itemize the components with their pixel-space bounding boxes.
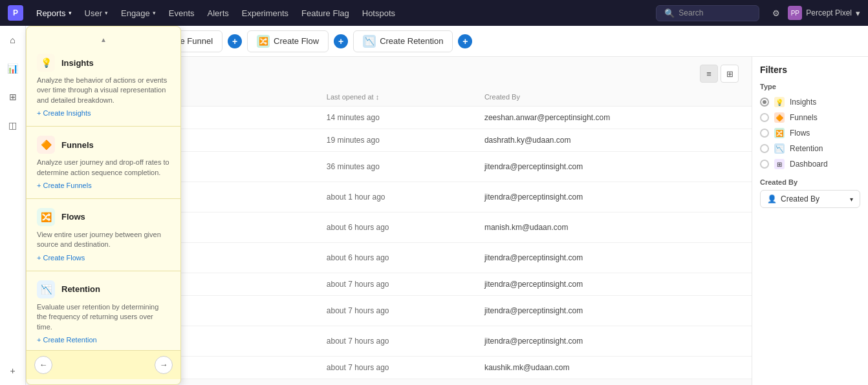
create-funnels-link[interactable]: + Create Funnels <box>37 182 170 189</box>
filter-label: Funnels <box>790 113 818 122</box>
avatar: PP <box>788 6 802 20</box>
row-created-by: jitendra@perceptinsight.com <box>474 273 752 296</box>
filter-option-insights[interactable]: 💡 Insights <box>760 94 860 110</box>
list-view-btn[interactable]: ≡ <box>700 65 718 83</box>
dropdown-item-flows[interactable]: 🔀 Flows View entire user journey between… <box>27 202 180 268</box>
filter-radio <box>760 129 769 138</box>
funnel-plus-btn[interactable]: + <box>228 34 242 48</box>
row-last-opened: 14 minutes ago <box>316 107 474 129</box>
chevron-down-icon: ▾ <box>153 10 156 16</box>
nav-feature-flag[interactable]: Feature Flag <box>301 8 349 18</box>
retention-btn-icon: 📉 <box>363 35 376 48</box>
filter-label: Insights <box>790 98 816 107</box>
retention-icon: 📉 <box>37 280 55 298</box>
prev-arrow-btn[interactable]: ← <box>34 356 52 374</box>
sidebar-icon-add[interactable]: + <box>4 362 22 380</box>
nav-alerts[interactable]: Alerts <box>208 8 229 18</box>
user-menu[interactable]: PP Percept Pixel ▾ <box>788 6 860 20</box>
insights-icon: 💡 <box>37 54 55 72</box>
filter-type-icon: 🔶 <box>774 112 785 123</box>
filter-type-icon: 💡 <box>774 97 785 107</box>
create-insights-link[interactable]: + Create Insights <box>37 109 170 117</box>
chevron-down-icon: ▾ <box>105 10 108 16</box>
main-layout: ⌂ 📊 ⊞ ◫ + ▲ 💡 Insights Analyze the behav… <box>0 26 868 385</box>
filter-label: Retention <box>790 144 823 153</box>
topnav-right: ⚙ PP Percept Pixel ▾ <box>772 6 860 20</box>
chevron-down-icon: ▾ <box>850 196 853 203</box>
row-created-by: zeeshan.anwar@perceptinsight.com <box>474 107 752 129</box>
col-last-opened[interactable]: Last opened at ↕ <box>316 88 474 107</box>
filter-label: Dashboard <box>790 160 828 169</box>
row-created-by: kaushik.mk@udaan.com <box>474 357 752 379</box>
nav-engage[interactable]: Engage ▾ <box>121 8 156 18</box>
row-created-by: dashrath.ky@udaan.com <box>474 129 752 152</box>
settings-icon[interactable]: ⚙ <box>772 8 780 18</box>
dropdown-nav-arrows: ← → <box>27 350 180 379</box>
chevron-down-icon: ▾ <box>69 10 72 16</box>
row-last-opened: 19 minutes ago <box>316 129 474 152</box>
dropdown-item-funnels[interactable]: 🔶 Funnels Analyze user journey and drop-… <box>27 129 180 196</box>
flow-btn-icon: 🔀 <box>257 35 270 48</box>
filter-type-icon: ⊞ <box>774 159 785 169</box>
nav-hotspots[interactable]: Hotspots <box>362 8 395 18</box>
dropdown-item-retention[interactable]: 📉 Retention Evaluate user retention by d… <box>27 274 180 350</box>
row-created-by: jitendra@perceptinsight.com <box>474 326 752 357</box>
filter-radio <box>760 144 769 153</box>
row-last-opened: about 7 hours ago <box>316 357 474 379</box>
filter-option-dashboard[interactable]: ⊞ Dashboard <box>760 156 860 172</box>
created-by-dropdown[interactable]: 👤 Created By ▾ <box>760 190 860 208</box>
sidebar-icon-chart[interactable]: 📊 <box>4 59 22 78</box>
logo[interactable]: P <box>8 5 23 21</box>
dropdown-item-insights[interactable]: 💡 Insights Analyze the behavior of actio… <box>27 47 180 123</box>
user-icon: 👤 <box>767 194 777 203</box>
row-last-opened: about 1 hour ago <box>316 182 474 213</box>
row-last-opened: 36 minutes ago <box>316 152 474 182</box>
row-last-opened: about 7 hours ago <box>316 273 474 296</box>
filter-radio <box>760 113 769 122</box>
flow-toolbar-btn[interactable]: 🔀 Create Flow <box>247 30 329 52</box>
retention-plus-btn[interactable]: + <box>458 34 472 48</box>
nav-events[interactable]: Events <box>169 8 195 18</box>
search-icon: 🔍 <box>664 8 675 18</box>
filter-option-funnels[interactable]: 🔶 Funnels <box>760 110 860 125</box>
sidebar-icon-grid[interactable]: ⊞ <box>4 88 22 106</box>
nav-user[interactable]: User ▾ <box>85 8 108 18</box>
nav-experiments[interactable]: Experiments <box>242 8 288 18</box>
col-created-by: Created By <box>474 88 752 107</box>
row-created-by: jitendra@perceptinsight.com <box>474 152 752 182</box>
create-retention-link[interactable]: + Create Retention <box>37 336 170 344</box>
filter-option-flows[interactable]: 🔀 Flows <box>760 125 860 141</box>
sidebar-icon-other[interactable]: ◫ <box>4 116 22 134</box>
filter-type-options: 💡 Insights 🔶 Funnels 🔀 Flows 📉 Retention… <box>760 94 860 172</box>
row-last-opened: about 7 hours ago <box>316 326 474 357</box>
grid-view-btn[interactable]: ⊞ <box>721 65 739 83</box>
scroll-up-btn[interactable]: ▲ <box>27 32 180 47</box>
create-flows-link[interactable]: + Create Flows <box>37 254 170 262</box>
funnels-icon: 🔶 <box>37 136 55 154</box>
filter-created-by-label: Created By <box>760 178 860 186</box>
view-toggle: ≡ ⊞ <box>700 65 739 83</box>
filter-type-label: Type <box>760 83 860 90</box>
filters-panel: Filters Type 💡 Insights 🔶 Funnels 🔀 Flow… <box>752 57 868 385</box>
chevron-down-icon: ▾ <box>856 8 860 18</box>
flows-icon: 🔀 <box>37 208 55 226</box>
flow-plus-btn[interactable]: + <box>334 34 348 48</box>
row-created-by: jitendra@perceptinsight.com <box>474 296 752 326</box>
filter-option-retention[interactable]: 📉 Retention <box>760 141 860 156</box>
filters-title: Filters <box>760 65 860 75</box>
row-last-opened: about 7 hours ago <box>316 296 474 326</box>
reports-dropdown: ▲ 💡 Insights Analyze the behavior of act… <box>26 26 181 385</box>
topnav: P Reports ▾ User ▾ Engage ▾ Events Alert… <box>0 0 868 26</box>
retention-toolbar-btn[interactable]: 📉 Create Retention <box>353 30 453 52</box>
filter-type-icon: 📉 <box>774 143 785 154</box>
nav-reports[interactable]: Reports ▾ <box>36 8 72 18</box>
logo-text: P <box>13 8 18 17</box>
sidebar-icon-home[interactable]: ⌂ <box>4 31 22 49</box>
row-created-by: manish.km@udaan.com <box>474 213 752 243</box>
filter-type-icon: 🔀 <box>774 128 785 138</box>
row-last-opened: about 6 hours ago <box>316 243 474 273</box>
search-bar[interactable]: 🔍 Search <box>656 5 759 21</box>
row-last-opened: about 6 hours ago <box>316 213 474 243</box>
next-arrow-btn[interactable]: → <box>155 356 173 374</box>
filter-radio <box>760 160 769 169</box>
